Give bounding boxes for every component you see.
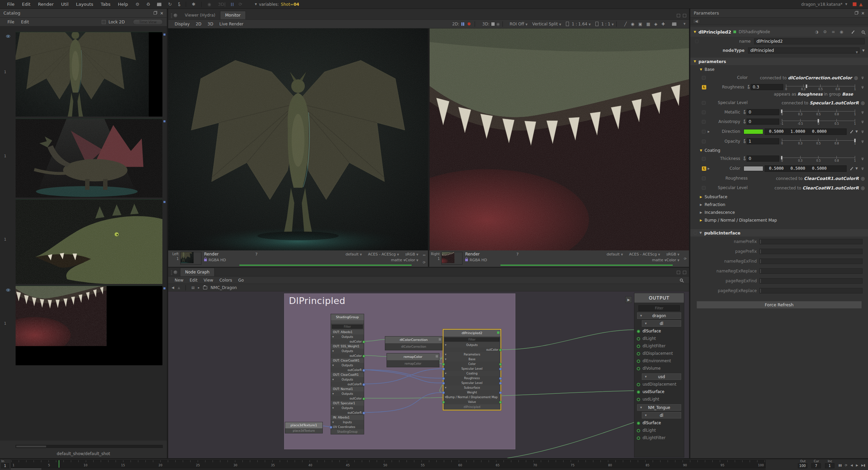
section-incandescence[interactable]: ▶Incandescence: [690, 209, 868, 216]
catalog-menu-item[interactable]: Edit: [18, 20, 32, 24]
node-row[interactable]: outColorR: [331, 368, 364, 372]
catalog-item-front[interactable]: 1: [16, 32, 162, 117]
metallic-input[interactable]: 0: [747, 109, 779, 115]
output-terminal[interactable]: dlLight: [634, 427, 684, 434]
variables-dropdown[interactable]: ▼ variables: Shot=04: [255, 2, 299, 7]
keyframe-widget[interactable]: FO: [744, 110, 746, 114]
node-row[interactable]: outColor: [331, 339, 364, 344]
output-terminal[interactable]: dlLightFilter: [634, 434, 684, 442]
enable-checkbox[interactable]: [702, 110, 706, 114]
nodegraph-canvas[interactable]: DlPrincipled: [168, 291, 689, 458]
expression-icon[interactable]: ⋔: [861, 157, 865, 161]
render-thumbnail[interactable]: [180, 252, 201, 265]
tab-viewer-hydra[interactable]: Viewer (Hydra): [180, 11, 220, 19]
catalog-hscrollbar[interactable]: [16, 445, 163, 448]
node-row[interactable]: OUT: ClearCoatR1: [331, 372, 364, 377]
pane-options-icon[interactable]: [683, 14, 686, 17]
drag-grip[interactable]: [171, 13, 172, 18]
catalog-item-head[interactable]: 1: [16, 199, 162, 284]
split-pane-icon[interactable]: [677, 271, 680, 274]
node-row[interactable]: OUT: Specular1: [331, 401, 364, 406]
enable-checkbox[interactable]: [702, 186, 706, 190]
eyedropper-icon[interactable]: [850, 167, 853, 170]
search-icon[interactable]: [680, 279, 683, 282]
output-group-nm-tongue[interactable]: NM_Tongue: [637, 404, 681, 411]
play-button[interactable]: ▶: [856, 464, 858, 467]
section-refraction[interactable]: ▶Refraction: [690, 201, 868, 208]
monitor-viewport[interactable]: [168, 28, 689, 250]
text-input[interactable]: [760, 259, 863, 264]
output-terminal[interactable]: dlVolume: [634, 365, 684, 372]
back-icon[interactable]: ◀: [172, 286, 174, 289]
eye-icon[interactable]: [6, 289, 10, 291]
node-row[interactable]: Value: [443, 400, 500, 404]
node-row[interactable]: UV Coordinates: [331, 425, 364, 429]
loop-icon[interactable]: ⟳: [239, 2, 242, 7]
shading-icon[interactable]: ◑: [815, 29, 818, 34]
color-dropdown[interactable]: Color ▼: [406, 258, 418, 262]
thickness-slider[interactable]: 00.30.50.81: [782, 155, 855, 163]
node-row[interactable]: OUT: Albedo1: [331, 330, 364, 334]
enable-checkbox[interactable]: [702, 177, 706, 180]
tab-monitor[interactable]: Monitor: [220, 11, 246, 19]
node-row[interactable]: Specular Level: [443, 381, 500, 385]
close-icon[interactable]: ×: [861, 11, 865, 16]
3d-toggle[interactable]: 3D|: [218, 2, 226, 7]
gear-icon[interactable]: ⚙: [823, 29, 827, 34]
pane-menu-icon[interactable]: [174, 270, 177, 274]
node-row[interactable]: outColorR: [331, 382, 364, 387]
anisotropy-input[interactable]: 0: [747, 119, 779, 125]
popout-icon[interactable]: [154, 12, 157, 15]
sliders-icon[interactable]: ≡: [831, 29, 835, 34]
node-row[interactable]: Coating: [443, 371, 500, 376]
section-base[interactable]: ▼Base: [690, 66, 868, 73]
node-row[interactable]: OUT: SSS_Weight1: [331, 344, 364, 349]
output-group-dragon[interactable]: dragon: [637, 312, 681, 319]
diamond-icon[interactable]: ◈: [654, 22, 657, 26]
render-stop-button[interactable]: [853, 2, 856, 6]
layers-icon[interactable]: ▣: [638, 22, 642, 26]
keyframe-widget[interactable]: FO: [744, 139, 746, 143]
anisotropy-slider[interactable]: -1-0.500.51: [782, 118, 855, 126]
output-filter-input[interactable]: Filter: [638, 305, 680, 311]
pin-tool-icon[interactable]: ◉: [631, 22, 634, 26]
record-2d-icon[interactable]: [468, 22, 471, 25]
sync-icon[interactable]: ⟳: [684, 257, 687, 261]
expression-icon[interactable]: ⋔: [861, 166, 865, 171]
thickness-input[interactable]: 0: [747, 156, 779, 162]
expression-icon[interactable]: ⋔: [861, 85, 865, 89]
render-pane-right[interactable]: [430, 28, 689, 250]
record-3d-icon[interactable]: ◉: [496, 22, 500, 26]
node-row[interactable]: Subsurface: [443, 385, 500, 390]
in-field[interactable]: 1: [1, 463, 9, 468]
node-row[interactable]: Base: [443, 357, 500, 362]
keyframe-widget[interactable]: FO: [744, 120, 746, 124]
split-mode-dropdown[interactable]: Vertical Split ▼: [532, 22, 561, 26]
section-coating[interactable]: ▼Coating: [690, 147, 868, 154]
output-group-dl2[interactable]: dl: [642, 412, 681, 418]
output-terminal[interactable]: dlLight: [634, 335, 684, 342]
menu-item[interactable]: Layouts: [72, 2, 97, 7]
step-forward-button[interactable]: ▶▮: [861, 464, 865, 467]
node-shadinggroup[interactable]: ShadingGroup Filter OUT: Albedo1Outputso…: [331, 314, 364, 434]
name-field[interactable]: dlPrincipled2: [754, 38, 865, 44]
warning-icon[interactable]: ▲: [859, 2, 863, 7]
expand-icon[interactable]: ⇔: [423, 253, 426, 257]
connection-icon[interactable]: ◎: [854, 75, 858, 80]
opacity-input[interactable]: 1: [747, 138, 779, 144]
up-icon[interactable]: ▲: [178, 286, 180, 289]
chevron-down-icon[interactable]: ▼: [855, 130, 858, 133]
output-group-dl[interactable]: dl: [642, 320, 681, 327]
coat-color-input[interactable]: 0.50000.50000.5000: [765, 165, 847, 172]
metallic-slider[interactable]: 00.30.50.81: [782, 108, 855, 116]
tab-node-graph[interactable]: Node Graph: [180, 268, 215, 276]
monitor-menu-item[interactable]: Live Render: [216, 22, 246, 26]
step-back-button[interactable]: ◀: [850, 464, 853, 467]
nodegraph-menu-item[interactable]: View: [200, 278, 216, 283]
output-terminal[interactable]: dlDisplacement: [634, 350, 684, 357]
line-tool-icon[interactable]: ╱: [624, 22, 627, 26]
render-thumbnail[interactable]: [441, 252, 462, 265]
catalog-menu-item[interactable]: File: [4, 20, 18, 24]
edit-icon[interactable]: [852, 30, 855, 34]
keyframe-widget[interactable]: FO: [748, 85, 750, 89]
